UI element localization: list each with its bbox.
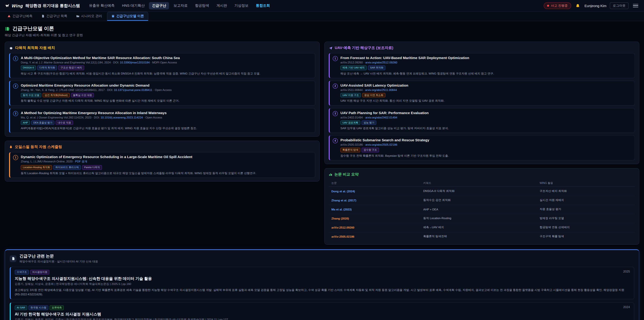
alert-icon xyxy=(8,14,11,18)
paper-meta: arXiv:2511.00844 · arxiv.org/abs/2511.00… xyxy=(340,88,632,92)
gear-icon xyxy=(9,46,13,50)
tab-rescue-model-theory[interactable]: 긴급구난모델 이론 xyxy=(107,12,148,21)
paper-link[interactable]: Zhang et al. (2017) xyxy=(329,196,420,205)
bar-chart-icon xyxy=(329,173,332,176)
paper-authors: Ma, Q. et al. | xyxy=(21,116,38,119)
paper-year: 2024 xyxy=(623,305,630,309)
column-header: 논문 xyxy=(329,180,420,187)
tag: 강건 최적화(Robust) xyxy=(42,93,70,98)
paper-link[interactable]: Dong et al. (2024) xyxy=(329,187,420,196)
section-title: 다목적 최적화 자원 배치 xyxy=(15,45,55,50)
paper-link[interactable]: arXiv:2512.09260 xyxy=(329,223,420,232)
paper-item: 1 A Multi-Objective Optimization Method … xyxy=(9,53,315,78)
nav-item-oil-spill[interactable]: 유출유 확산예측 xyxy=(86,2,118,10)
tab-label: 긴급구난 목록 xyxy=(46,14,68,18)
paper-volume: Vol.282:114224, 2023 · DOI: xyxy=(63,116,100,119)
paper-number: 2 xyxy=(333,84,338,89)
logout-button[interactable]: 로그아웃 xyxy=(610,2,628,9)
tab-rescue-list[interactable]: 긴급구난 목록 xyxy=(37,12,72,21)
paper-tags: DNSGA-II 다목적 최적화 구조선·항공기 배치 xyxy=(21,66,312,70)
tag: 내수로 적용 xyxy=(56,120,73,125)
paper-number: 1 xyxy=(333,56,338,61)
tag: 성능 평가 xyxy=(362,120,376,125)
arxiv-link[interactable]: arxiv.org/abs/2511.00844 xyxy=(365,88,397,92)
paper-link[interactable]: arXiv:2505.02186 xyxy=(329,232,420,241)
pdf-link[interactable]: PDF 공개 xyxy=(75,160,88,163)
paper-description: SAR 임무용 UAV 경로계획 알고리즘 성능 비교 평가. 탐색 커버리지·… xyxy=(340,126,632,130)
paper-tags: AHP DEA 효율성 평가 내수로 적용 xyxy=(21,120,312,125)
paper-title: Optimized Maritime Emergency Resource Al… xyxy=(21,83,312,87)
red-dot-icon xyxy=(547,5,549,7)
tag: DEA 효율성 평가 xyxy=(31,120,54,125)
right-column: UAV·예측 기반 해상구조 (보조자료) 1 From Forecast to… xyxy=(324,42,639,245)
paper-link[interactable]: Zhang (2020) xyxy=(329,214,420,223)
nav-item-board[interactable]: 게시판 xyxy=(214,2,230,10)
paper-meta: arXiv:2505.02186 · arxiv.org/abs/2505.02… xyxy=(340,143,632,147)
doi-link[interactable]: 10.1016/j.oceaneng.2023.114224 xyxy=(100,116,143,119)
paper-meta: Zhang, L. | LJMU Research Online, 2020 ·… xyxy=(21,160,312,164)
paper-title: UAV Path Planning for SAR: Performance E… xyxy=(340,111,632,115)
main-menu: 유출유 확산예측 HNS·대기확산 긴급구난 보고자료 항공탐색 게시판 기상정… xyxy=(86,2,538,10)
nav-item-hns[interactable]: HNS·대기확산 xyxy=(119,2,148,10)
nav-item-aerial-search[interactable]: 항공탐색 xyxy=(192,2,212,10)
tag: UAV 경로계획 xyxy=(340,120,360,125)
paper-abstract: 초고해상도 3차원 연안 해양예측모델, 다종모델 앙상블 기법, AI 기반 … xyxy=(15,288,630,296)
paper-tags: UAV 지원 구조 응답 지연 최소화 xyxy=(340,93,632,98)
doi-link[interactable]: 10.1371/journal.pone.0189411 xyxy=(114,88,152,92)
incident-status-badge[interactable]: 사고 진행중 xyxy=(544,2,571,9)
tab-scenario-management[interactable]: 시나리오 관리 xyxy=(72,12,106,21)
section-title: 오일스필 동적 자원 스케줄링 xyxy=(15,144,62,150)
tag: 구조선·항공기 배치 xyxy=(58,66,84,70)
paper-title: A Method for Optimizing Maritime Emergen… xyxy=(21,111,312,115)
app-root: Wing 해양환경 위기대응 통합시스템 유출유 확산예측 HNS·대기확산 긴… xyxy=(0,0,644,320)
page-header: 긴급구난모델 이론 해상 긴급구난 자원 배치·최적화 이론 및 참고 연구 문… xyxy=(0,21,644,39)
tag: 동적 수요 모델 xyxy=(21,93,41,98)
paper-authors: Dong, Y. et al. | xyxy=(21,61,41,64)
comparison-table: 논문 키워드 WING 활용 Dong et al. (2024) DNSGA-… xyxy=(329,180,635,241)
usage-cell: 실시간 자원 재배치 xyxy=(537,196,635,205)
brand[interactable]: Wing 해양환경 위기대응 통합시스템 xyxy=(5,3,80,9)
paper-description: 동적 Location-Routing 최적화 모델 + 하이브리드 휴리스틱 … xyxy=(21,171,312,175)
paper-link[interactable]: Ma et al. (2023) xyxy=(329,205,420,214)
keyword-cell: 예측→UAV 배치 xyxy=(420,223,537,232)
tag: DNSGA-II xyxy=(21,66,36,70)
paper-item: 3 A Method for Optimizing Maritime Emerg… xyxy=(9,108,315,133)
tag: 표류예측 xyxy=(50,305,64,310)
section-multi-objective: 다목적 최적화 자원 배치 1 A Multi-Objective Optimi… xyxy=(5,42,320,137)
arxiv-link[interactable]: arxiv.org/abs/2505.02186 xyxy=(365,143,397,147)
usage-cell: 구조자산 배치 최적화 xyxy=(537,187,635,196)
section-title: 긴급구난 관련 논문 xyxy=(20,253,98,259)
nav-item-weather[interactable]: 기상정보 xyxy=(232,2,252,10)
paper-number: 1 xyxy=(13,56,18,61)
document-icon xyxy=(41,14,44,18)
paper-title: Probabilistic Submarine Search and Rescu… xyxy=(340,138,632,142)
usage-cell: 항공탐색 연동 선제배치 xyxy=(537,223,635,232)
nav-item-integrated-search[interactable]: 통합조회 xyxy=(253,2,273,10)
arxiv-link[interactable]: arxiv.org/abs/2512.09260 xyxy=(365,61,397,64)
arxiv-link[interactable]: arxiv.org/abs/2402.01494 xyxy=(365,116,397,119)
notification-bell-icon[interactable] xyxy=(574,2,581,9)
paper-journal: PLoS ONE xyxy=(60,88,74,92)
hamburger-menu-icon[interactable] xyxy=(632,3,639,9)
nav-item-reports[interactable]: 보고자료 xyxy=(170,2,191,10)
paper-number: 3 xyxy=(13,111,18,116)
logo-text: Wing xyxy=(12,3,23,8)
paper-authors: Zhang, W., Yan, X. & Yang, J. | xyxy=(21,88,60,92)
tag: Location-Routing 최적화 xyxy=(21,165,52,170)
usage-cell: 구조구역 확률 탐색 xyxy=(537,232,635,241)
doi-link[interactable]: 10.3390/jmse12010184 xyxy=(120,61,150,64)
tab-rescue-prediction[interactable]: 긴급구난예측 xyxy=(3,12,36,21)
section-uav-forecast: UAV·예측 기반 해상구조 (보조자료) 1 From Forecast to… xyxy=(324,42,639,164)
tag: UAV 지원 구조 xyxy=(340,93,361,98)
related-paper-item: 2024 AI·SAR 한국형 시스템 표류예측 AI 기반 한국형 해양수색구… xyxy=(10,302,634,320)
sub-tab-bar: 긴급구난예측 긴급구난 목록 시나리오 관리 긴급구난모델 이론 xyxy=(0,12,644,21)
tag: SAR 최적화 xyxy=(368,66,386,70)
column-header: WING 활용 xyxy=(537,180,635,187)
paper-tags: UAV 경로계획 성능 평가 xyxy=(340,120,632,125)
paper-number: 4 xyxy=(333,138,338,143)
paper-volume: Vol.12(1):184, 2024 · DOI: xyxy=(85,61,120,64)
paper-volume: 12(12):e0189411, 2017 · DOI: xyxy=(74,88,114,92)
paper-year: 2025 xyxy=(623,270,630,273)
nav-item-rescue[interactable]: 긴급구난 xyxy=(149,2,169,10)
paper-number: 1 xyxy=(13,155,18,160)
